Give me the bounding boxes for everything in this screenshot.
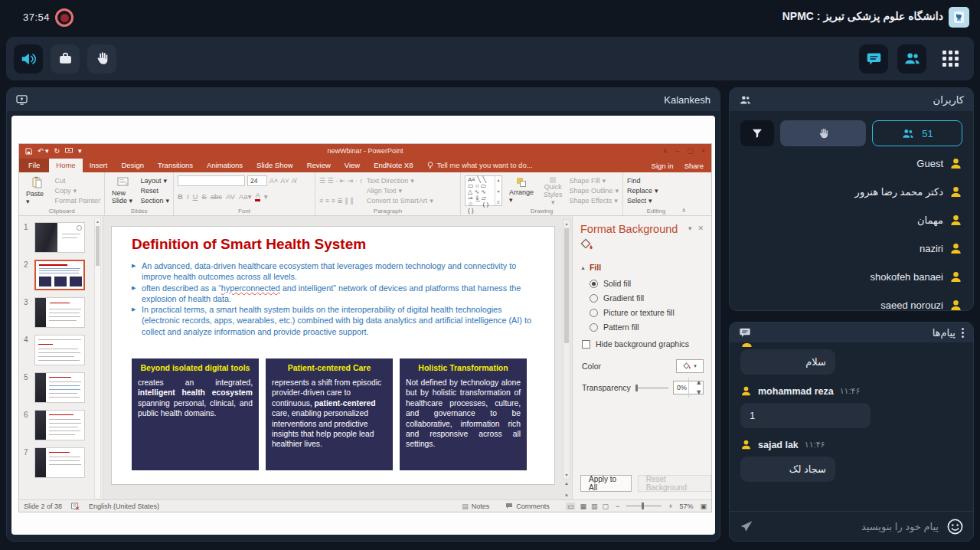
thumbnail-1[interactable]: 1 bbox=[24, 222, 92, 253]
current-slide[interactable]: Definition of Smart Health System An adv… bbox=[112, 227, 554, 484]
convert-smartart-button[interactable]: Convert to SmartArt ▾ bbox=[367, 197, 433, 205]
thumbnails-scrollbar[interactable]: ▴ bbox=[94, 218, 101, 499]
maximize-icon[interactable]: ▢ bbox=[687, 147, 694, 155]
zoom-level[interactable]: 57% bbox=[679, 503, 693, 510]
section-button[interactable]: Section ▾ bbox=[140, 197, 169, 205]
font-color-button[interactable]: A bbox=[255, 191, 260, 201]
tab-transitions[interactable]: Transitions bbox=[151, 159, 200, 172]
shape-fill-button[interactable]: Shape Fill ▾ bbox=[569, 177, 619, 185]
user-count-button[interactable]: 51 bbox=[872, 120, 962, 146]
shapes-gallery[interactable]: A≡ ╲ ╲ ▭ ○ ▭ △ ∿ ∿ ⇒ ⇓ ▱ ☆ ⌒ ( ) { } ▴▾≡ bbox=[465, 175, 502, 206]
save-icon[interactable] bbox=[25, 148, 32, 155]
font-color-dd[interactable]: ▾ bbox=[264, 192, 268, 201]
view-switcher[interactable]: ▭▦▥▢ bbox=[566, 503, 609, 510]
fill-section-header[interactable]: ▲Fill bbox=[580, 263, 704, 272]
zoom-out-icon[interactable]: − bbox=[616, 503, 619, 510]
option-gradient-fill[interactable]: Gradient fill bbox=[590, 293, 704, 303]
thumbnail-5[interactable]: 5 bbox=[24, 372, 92, 403]
user-row[interactable]: دکتر محمد رضا هنرور bbox=[740, 178, 962, 206]
raised-hands-button[interactable] bbox=[780, 120, 866, 146]
new-slide-button[interactable]: New Slide ▾ bbox=[109, 175, 136, 206]
thumbnail-4[interactable]: 4 bbox=[24, 335, 92, 365]
comments-button[interactable]: Comments bbox=[505, 503, 550, 510]
shrink-font-icon[interactable]: A˅ bbox=[280, 177, 289, 185]
pane-options-icon[interactable]: ▾ bbox=[688, 224, 692, 232]
color-picker-button[interactable]: ▾ bbox=[676, 359, 704, 373]
notes-button[interactable]: ▤ Notes bbox=[462, 503, 489, 510]
shape-outline-button[interactable]: Shape Outline ▾ bbox=[569, 187, 619, 195]
shape-effects-button[interactable]: Shape Effects ▾ bbox=[569, 197, 619, 205]
close-icon[interactable]: × bbox=[701, 147, 705, 155]
start-slideshow-icon[interactable] bbox=[65, 148, 73, 154]
ribbon-options-icon[interactable]: ∧ bbox=[663, 147, 668, 155]
messages-menu-icon[interactable] bbox=[962, 328, 964, 338]
arrange-button[interactable]: Arrange ▾ bbox=[506, 175, 537, 206]
redo-icon[interactable]: ↻ bbox=[54, 148, 60, 155]
pane-close-icon[interactable]: ✕ bbox=[697, 224, 704, 232]
audio-button[interactable] bbox=[14, 44, 43, 74]
paste-button[interactable]: Paste ▾ bbox=[23, 175, 51, 206]
underline-button[interactable]: U bbox=[193, 192, 198, 201]
tab-insert[interactable]: Insert bbox=[83, 159, 115, 172]
tab-slideshow[interactable]: Slide Show bbox=[250, 159, 300, 172]
zoom-slider[interactable] bbox=[626, 506, 662, 506]
list-buttons-row[interactable]: ☰ ☰ · ⇤ ⇥ · ↕ bbox=[319, 177, 363, 185]
apply-to-all-button[interactable]: Apply to All bbox=[580, 475, 632, 492]
reset-background-button[interactable]: Reset Background bbox=[638, 475, 711, 492]
users-toggle-button[interactable] bbox=[897, 44, 926, 74]
user-row[interactable]: saeed norouzi bbox=[740, 291, 962, 311]
tab-home[interactable]: Home bbox=[49, 159, 82, 172]
option-pattern-fill[interactable]: Pattern fill bbox=[590, 322, 704, 332]
user-row[interactable]: naziri bbox=[740, 234, 962, 263]
send-icon[interactable] bbox=[739, 519, 754, 534]
replace-button[interactable]: Replace ▾ bbox=[627, 187, 658, 195]
canvas-scrollbar[interactable]: ▴▾ bbox=[563, 219, 570, 480]
format-painter-button[interactable]: Format Painter bbox=[54, 197, 100, 205]
font-size-combo[interactable]: 24 bbox=[247, 175, 267, 186]
language-indicator[interactable]: English (United States) bbox=[89, 503, 159, 510]
user-row[interactable]: shokofeh banaei bbox=[740, 263, 962, 291]
align-buttons-row[interactable]: ≡ ≡ ≡ ≣ ∥ ∥ bbox=[319, 197, 363, 205]
thumbnail-7[interactable]: 7 bbox=[24, 447, 92, 478]
tab-endnote[interactable]: EndNote X8 bbox=[367, 159, 420, 172]
char-spacing-button[interactable]: AV bbox=[226, 192, 235, 201]
text-direction-button[interactable]: Text Direction ▾ bbox=[367, 177, 433, 185]
reset-button[interactable]: Reset bbox=[140, 187, 169, 195]
option-solid-fill[interactable]: Solid fill bbox=[590, 279, 704, 288]
cut-button[interactable]: Cut bbox=[54, 177, 100, 185]
message-input[interactable] bbox=[762, 521, 939, 532]
layout-button[interactable]: Layout ▾ bbox=[140, 177, 169, 185]
change-case-button[interactable]: Aa▾ bbox=[239, 192, 251, 201]
tab-view[interactable]: View bbox=[338, 159, 367, 172]
user-row[interactable]: Guest bbox=[740, 149, 962, 178]
emoji-icon[interactable] bbox=[946, 518, 964, 535]
strikethrough-button[interactable]: S bbox=[201, 192, 206, 201]
sign-in-link[interactable]: Sign in bbox=[652, 162, 674, 170]
undo-icon[interactable]: ↶ ▾ bbox=[38, 148, 49, 155]
clear-format-icon[interactable]: A̸ bbox=[292, 177, 296, 185]
thumbnail-6[interactable]: 6 bbox=[24, 410, 92, 440]
font-name-combo[interactable] bbox=[178, 175, 245, 186]
thumbnail-2-selected[interactable]: 2 bbox=[24, 260, 92, 290]
find-button[interactable]: Find bbox=[627, 177, 658, 185]
user-row[interactable]: مهمان bbox=[740, 206, 962, 234]
tab-file[interactable]: File bbox=[19, 159, 49, 172]
transparency-slider[interactable] bbox=[635, 388, 668, 388]
spellcheck-icon[interactable] bbox=[71, 503, 80, 510]
fit-slide-icon[interactable]: ▣ bbox=[700, 503, 707, 510]
paint-bucket-icon[interactable] bbox=[580, 238, 704, 252]
grow-font-icon[interactable]: A˄ bbox=[270, 177, 278, 185]
copy-button[interactable]: Copy ▾ bbox=[54, 187, 100, 195]
apps-grid-button[interactable] bbox=[936, 44, 965, 74]
bold-button[interactable]: B bbox=[178, 192, 183, 201]
transparency-value-box[interactable]: 0%▲▼ bbox=[673, 381, 704, 394]
hide-background-checkbox[interactable]: Hide background graphics bbox=[582, 339, 704, 349]
zoom-in-icon[interactable]: + bbox=[668, 503, 672, 510]
tab-design[interactable]: Design bbox=[114, 159, 151, 172]
collapse-ribbon-icon[interactable]: ∧ bbox=[681, 207, 686, 214]
raise-hand-button[interactable] bbox=[87, 44, 116, 74]
quick-styles-button[interactable]: Quick Styles ▾ bbox=[541, 175, 566, 206]
align-text-button[interactable]: Align Text ▾ bbox=[367, 187, 433, 195]
chat-toggle-button[interactable] bbox=[859, 44, 888, 74]
shapes-scrollbar[interactable]: ▴▾≡ bbox=[495, 176, 501, 205]
